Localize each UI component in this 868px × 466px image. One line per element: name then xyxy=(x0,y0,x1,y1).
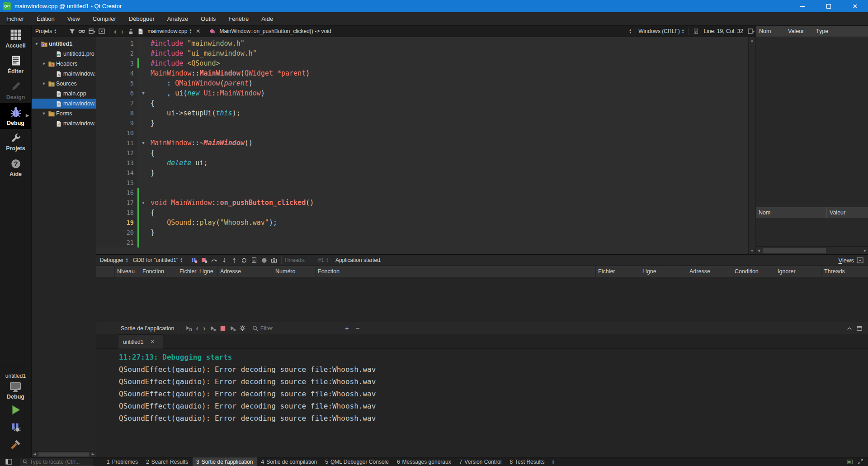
panel-horizontal-scrollbar[interactable]: ◀ ▶ xyxy=(756,246,868,254)
maximize-button[interactable] xyxy=(816,0,842,12)
step-out-icon[interactable] xyxy=(230,256,238,264)
pane-overflow-icon[interactable] xyxy=(552,459,554,465)
next-item-icon[interactable]: › xyxy=(201,324,208,332)
mode-projets[interactable]: Projets xyxy=(0,129,31,155)
column-header-fichier[interactable]: Fichier xyxy=(596,266,640,277)
line-number[interactable]: 6 xyxy=(96,88,137,98)
column-header-ignorer[interactable]: Ignorer xyxy=(775,266,822,277)
status-pane-button-3[interactable]: 3Sortie de l'application xyxy=(193,457,256,466)
debug-continue-icon[interactable] xyxy=(190,256,198,264)
line-number[interactable]: 21 xyxy=(96,238,137,247)
stop-application-icon[interactable] xyxy=(219,324,227,333)
scroll-up-icon[interactable]: ▲ xyxy=(750,37,754,44)
line-number[interactable]: 19 xyxy=(96,218,137,228)
code-line-20[interactable]: 20} xyxy=(96,228,748,238)
column-header-fonction[interactable]: Fonction xyxy=(140,266,177,277)
line-number[interactable]: 3 xyxy=(96,58,137,68)
output-tab[interactable]: untitled1 ✕ xyxy=(118,334,163,349)
menu-item-dboguer[interactable]: Déboguer xyxy=(129,15,155,22)
engine-dropdown-icon[interactable] xyxy=(126,257,128,263)
code-line-16[interactable]: 16 xyxy=(96,188,748,198)
line-number[interactable]: 16 xyxy=(96,188,137,198)
debugger-target-selector[interactable]: GDB for "untitled1" xyxy=(133,257,179,263)
close-tab-icon[interactable]: ✕ xyxy=(148,339,156,345)
close-button[interactable]: ✕ xyxy=(842,0,868,12)
locals-column-type[interactable]: Type xyxy=(813,26,868,37)
status-pane-button-7[interactable]: 7Version Control xyxy=(456,457,505,466)
locator-field[interactable] xyxy=(20,458,93,466)
menu-item-outils[interactable]: Outils xyxy=(201,15,216,22)
line-number[interactable]: 12 xyxy=(96,148,137,158)
expand-corner-icon[interactable] xyxy=(858,459,863,465)
debug-project-icon[interactable] xyxy=(229,324,237,333)
output-settings-gear-icon[interactable] xyxy=(239,324,247,333)
editor-vertical-scrollbar[interactable]: ▲ ▼ xyxy=(748,37,756,254)
line-number[interactable]: 2 xyxy=(96,48,137,58)
output-filter-input[interactable] xyxy=(260,325,315,332)
snapshot-icon[interactable] xyxy=(270,256,278,264)
debugger-engine-selector[interactable]: Debugger xyxy=(100,257,124,263)
symbol-dropdown-icon[interactable] xyxy=(629,29,632,34)
scroll-right-icon[interactable]: ▶ xyxy=(90,452,96,456)
restart-icon[interactable] xyxy=(240,256,248,264)
mode-accueil[interactable]: Accueil xyxy=(0,26,31,52)
toggle-sidebar-icon[interactable] xyxy=(5,458,13,466)
run-button[interactable] xyxy=(8,403,24,417)
thread-dropdown-icon[interactable] xyxy=(326,257,329,263)
popout-pane-icon[interactable] xyxy=(855,324,863,333)
rerun-icon[interactable] xyxy=(184,324,193,333)
code-line-6[interactable]: 6▼ , ui(new Ui::MainWindow) xyxy=(96,88,748,98)
fold-marker-icon[interactable]: ▼ xyxy=(139,200,148,205)
split-pane-icon[interactable] xyxy=(88,27,96,35)
column-header-ligne[interactable]: Ligne xyxy=(640,266,687,277)
code-line-7[interactable]: 7{ xyxy=(96,98,748,108)
status-pane-button-2[interactable]: 2Search Results xyxy=(142,457,192,466)
watch-table-body[interactable] xyxy=(756,218,868,246)
tree-item-Forms[interactable]: ▼Forms xyxy=(32,109,96,119)
watch-column-valeur[interactable]: Valeur xyxy=(827,207,868,218)
code-line-5[interactable]: 5 : QMainWindow(parent) xyxy=(96,78,748,88)
code-line-3[interactable]: 3#include <QSound> xyxy=(96,58,748,68)
code-line-8[interactable]: 8 ui->setupUi(this); xyxy=(96,108,748,118)
code-line-9[interactable]: 9} xyxy=(96,118,748,128)
column-header-condition[interactable]: Condition xyxy=(732,266,775,277)
document-dropdown-icon[interactable] xyxy=(189,29,192,34)
locals-table-body[interactable] xyxy=(756,37,868,207)
code-line-1[interactable]: 1#include "mainwindow.h" xyxy=(96,38,748,48)
line-number[interactable]: 4 xyxy=(96,68,137,78)
mode-editer[interactable]: Éditer xyxy=(0,52,31,77)
tree-item-untitled1-pro[interactable]: qtuntitled1.pro xyxy=(32,49,96,59)
tree-item-main-cpp[interactable]: main.cpp xyxy=(32,89,96,99)
menu-item-fichier[interactable]: Fichier xyxy=(6,15,24,22)
scroll-left-icon[interactable]: ◀ xyxy=(756,249,762,252)
line-number[interactable]: 13 xyxy=(96,158,137,168)
unlock-icon[interactable] xyxy=(127,27,135,35)
tree-expander-icon[interactable]: ▼ xyxy=(41,81,47,86)
line-number[interactable]: 15 xyxy=(96,178,137,188)
target-dropdown-icon[interactable] xyxy=(180,257,183,263)
navigation-pane-selector[interactable]: Projets xyxy=(32,26,67,37)
application-output[interactable]: 11:27:13: Debugging startsQSoundEffect(q… xyxy=(96,349,868,457)
line-number[interactable]: 17 xyxy=(96,198,137,208)
locator-input[interactable] xyxy=(30,459,89,465)
code-line-21[interactable]: 21 xyxy=(96,238,748,247)
kit-selector-button[interactable]: ▶ Debug xyxy=(7,382,24,400)
code-line-18[interactable]: 18{ xyxy=(96,208,748,218)
column-header-adresse[interactable]: Adresse xyxy=(218,266,273,277)
line-number[interactable]: 10 xyxy=(96,128,137,138)
code-line-2[interactable]: 2#include "ui_mainwindow.h" xyxy=(96,48,748,58)
fold-marker-icon[interactable]: ▼ xyxy=(139,141,148,145)
line-number[interactable]: 18 xyxy=(96,208,137,218)
tree-horizontal-scrollbar[interactable]: ◀ ▶ xyxy=(32,451,96,457)
status-pane-button-1[interactable]: 1Problèmes xyxy=(103,457,142,466)
tree-item-mainwindow-ui[interactable]: mainwindow.ui xyxy=(32,119,96,128)
code-line-15[interactable]: 15 xyxy=(96,178,748,188)
zoom-out-icon[interactable]: − xyxy=(352,324,363,333)
menu-item-compiler[interactable]: Compiler xyxy=(93,15,116,22)
line-number[interactable]: 7 xyxy=(96,98,137,108)
column-header-fonction[interactable]: Fonction xyxy=(316,266,596,277)
watch-column-nom[interactable]: Nom xyxy=(756,207,827,218)
line-number[interactable]: 20 xyxy=(96,228,137,238)
code-editor[interactable]: 1#include "mainwindow.h"2#include "ui_ma… xyxy=(96,37,748,254)
status-pane-button-5[interactable]: 5QML Debugger Console xyxy=(321,457,392,466)
